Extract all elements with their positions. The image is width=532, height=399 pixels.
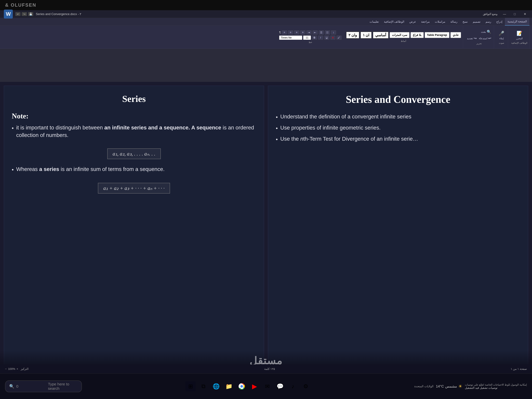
taskbar-tiktok-btn[interactable]: ♪	[288, 381, 298, 392]
bullet-dot-r2: •	[276, 125, 278, 132]
indent-btn[interactable]: ⇥	[306, 31, 311, 35]
ribbon: 📝 المحرر الوظائف الإضافية 🎤 إملاء صوت 🔍 …	[0, 25, 532, 49]
redo-btn[interactable]: ↪	[22, 12, 27, 16]
taskbar-settings-btn[interactable]: ⚙	[301, 381, 311, 392]
align-left-btn[interactable]: ≡	[294, 31, 299, 35]
maximize-btn[interactable]: □	[512, 12, 518, 17]
taskbar-edge-btn[interactable]: 🌐	[211, 381, 221, 392]
menu-item-draw[interactable]: رسم	[483, 18, 494, 25]
list-btn[interactable]: ☰	[319, 31, 324, 35]
style-btn-h2[interactable]: وان ٢	[346, 32, 359, 39]
style-btn-nospace[interactable]: بلا فراغ	[411, 32, 424, 38]
taskbar-chrome-btn[interactable]	[237, 381, 247, 392]
word-window: W ↩ ↪ 💾 Series and Convergence.docx - ۲ …	[0, 10, 532, 82]
bullet-dot-1: •	[12, 124, 14, 132]
align-center-btn[interactable]: ≡	[288, 31, 293, 35]
style-btn-normal[interactable]: عادي	[450, 32, 461, 38]
zoom-out-btn[interactable]: −	[5, 367, 7, 371]
menu-item-mailings[interactable]: مراسلات	[432, 18, 448, 25]
status-right: − 100% + التركيز	[5, 367, 29, 371]
note-label: Note:	[12, 112, 256, 120]
paragraph-row-1: ¶ ≡ ≡ ≡ ≡ ⇥ ⇤ ☰ ☷ ↕	[279, 31, 342, 35]
notification-area: إمكانية الوصول للوظ الاحتياجات الخاصة اط…	[465, 383, 527, 390]
find-btn[interactable]: 🔍 بحث	[480, 29, 492, 35]
undo-btn[interactable]: ↩	[15, 12, 20, 16]
bullet-dot-r1: •	[276, 114, 278, 121]
slide-right-bullet-2-text: Use properties of infinite geometric ser…	[280, 124, 380, 132]
menu-item-addins[interactable]: الوظائف الإضافية	[381, 18, 407, 25]
style-btn-list[interactable]: سرد المترات	[390, 32, 409, 38]
slide-left[interactable]: Series Note: • it is important to distin…	[4, 86, 264, 370]
outdent-btn[interactable]: ⇤	[313, 31, 318, 35]
focus-mode-btn[interactable]: التركيز	[21, 367, 29, 371]
font-selector[interactable]: Times Ne	[279, 36, 302, 40]
numbering-btn[interactable]: ☷	[325, 31, 330, 35]
ribbon-group-styles: عادي Table Paragrap بلا فراغ سرد المترات…	[344, 25, 463, 48]
status-word-count: ۱۲۵ كلمة	[264, 367, 275, 371]
taskbar-taskview-btn[interactable]: ⧉	[198, 381, 209, 392]
auto-save-label: وضع التوافق	[483, 13, 497, 16]
font-size-field[interactable]: 11	[303, 36, 311, 40]
close-btn[interactable]: ✕	[522, 12, 528, 17]
zoom-level: 100%	[8, 367, 15, 371]
color-btn[interactable]: A	[330, 36, 336, 40]
menu-item-layout[interactable]: نسخ	[460, 18, 470, 25]
status-bar: صفحة ۱ من ۱ ۱۲۵ كلمة − 100% + التركيز	[0, 364, 532, 374]
title-bar-left: W ↩ ↪ 💾 Series and Convergence.docx - ۲	[4, 10, 81, 19]
menu-item-help[interactable]: تعليمات	[367, 18, 381, 25]
justify-btn[interactable]: ≡	[300, 31, 305, 35]
style-btn-h1[interactable]: ان ١	[360, 32, 372, 39]
mic-icon: 🎤	[498, 30, 505, 37]
title-bar-right: وضع التوافق — □ ✕	[483, 12, 528, 17]
formula-sequence-container: a₁, a₂, a₃, . . . . aₙ. . .	[12, 145, 256, 163]
zoom-in-btn[interactable]: +	[17, 367, 18, 371]
taskbar-mail-btn[interactable]: ✉	[262, 381, 272, 392]
menu-item-design[interactable]: تصميم	[470, 18, 483, 25]
menu-item-references[interactable]: رسالة	[448, 18, 460, 25]
status-page-info: صفحة ۱ من ۱	[511, 367, 527, 371]
italic-btn[interactable]: I	[318, 36, 323, 40]
style-btn-table[interactable]: Table Paragrap	[425, 32, 450, 38]
save-btn[interactable]: 💾	[28, 12, 33, 16]
taskbar-start-btn[interactable]: ⊞	[185, 381, 196, 392]
redo-icon: ↪	[474, 36, 477, 40]
menu-item-review[interactable]: مراجعة	[418, 18, 432, 25]
slide-right[interactable]: Series and Convergence • Understand the …	[268, 86, 528, 370]
word-icon[interactable]: W	[4, 10, 13, 19]
search-icon: 🔍	[9, 384, 14, 389]
undo-ribbon-btn[interactable]: ↩ استدعاء	[478, 36, 492, 41]
style-btn-basic[interactable]: أساسي	[373, 32, 389, 39]
brand-bar: & OLUFSEN	[0, 0, 532, 10]
editor-btn[interactable]: 📝 المحرر	[515, 30, 524, 41]
taskbar-explorer-btn[interactable]: 📁	[224, 381, 234, 392]
underline-btn[interactable]: U	[324, 36, 329, 40]
bold-btn[interactable]: B	[312, 36, 317, 40]
align-right-btn[interactable]: ≡	[282, 31, 287, 35]
search-box[interactable]: 🔍 0 Type here to search	[5, 380, 82, 392]
dictate-btn[interactable]: 🎤 إملاء	[497, 30, 506, 41]
zoom-controls: − 100% +	[5, 367, 18, 371]
taskbar-whatsapp-btn[interactable]: 💬	[275, 381, 285, 392]
font-label: خط	[279, 41, 342, 44]
highlight-btn[interactable]: 🖊	[336, 36, 342, 40]
search-number: 0	[16, 384, 46, 388]
formula-series-container: a₁ + a₂ + a₃ + · · · + aₙ + · · ·	[12, 179, 256, 197]
taskbar-youtube-btn[interactable]: ▶	[249, 381, 260, 392]
paragraph-icon-1: ¶	[279, 31, 281, 34]
slide-area: Series Note: • it is important to distin…	[0, 82, 532, 374]
bullet-dot-2: •	[12, 166, 14, 174]
find-label: بحث	[481, 30, 486, 33]
redo-ribbon-btn[interactable]: ↪ تجديد	[466, 36, 477, 41]
menu-bar: الصفحة الرئيسية إدراج رسم تصميم نسخ رسال…	[0, 18, 532, 25]
menu-item-view[interactable]: عرض	[407, 18, 418, 25]
taskbar-right: إمكانية الوصول للوظ الاحتياجات الخاصة اط…	[414, 383, 527, 390]
menu-item-home[interactable]: الصفحة الرئيسية	[505, 18, 529, 25]
font-row: Times Ne 11 B I U A 🖊	[279, 36, 342, 40]
sun-icon: ☀	[458, 384, 462, 389]
redo-label: تجديد	[467, 37, 473, 40]
ribbon-group-paragraph: ¶ ≡ ≡ ≡ ≡ ⇥ ⇤ ☰ ☷ ↕ Times Ne 11 B I U A …	[278, 25, 343, 48]
minimize-btn[interactable]: —	[501, 12, 508, 17]
sort-btn[interactable]: ↕	[331, 31, 336, 35]
menu-item-insert[interactable]: إدراج	[494, 18, 505, 25]
bullet-dot-r3: •	[276, 136, 278, 143]
